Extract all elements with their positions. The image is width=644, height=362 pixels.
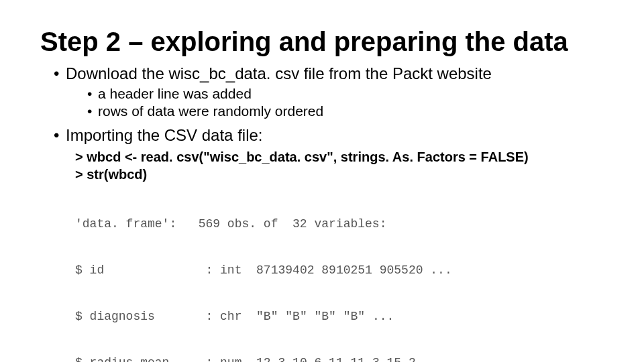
row-pad [155, 310, 206, 323]
bullet-list: Download the wisc_bc_data. csv file from… [40, 63, 604, 145]
slide: Step 2 – exploring and preparing the dat… [0, 0, 644, 362]
str-row-2: $ radius mean : num 12.3 10.6 11 11.3 15… [75, 355, 604, 362]
slide-title: Step 2 – exploring and preparing the dat… [40, 27, 604, 56]
bullet-1-text: Download the wisc_bc_data. csv file from… [66, 64, 492, 82]
str-output: 'data. frame': 569 obs. of 32 variables:… [75, 186, 604, 362]
row-type: : num [205, 356, 241, 362]
bullet-1-sublist: a header line was added rows of data wer… [66, 85, 604, 121]
row-name: $ diagnosis [75, 310, 155, 323]
row-vals: 12.3 10.6 11 11.3 15.2 ... [241, 356, 444, 362]
bullet-1b-text: rows of data were randomly ordered [98, 103, 323, 119]
row-type: : chr [205, 310, 241, 323]
bullet-1a: a header line was added [87, 85, 604, 103]
bullet-1a-text: a header line was added [98, 86, 252, 101]
row-name: $ radius mean [75, 356, 169, 362]
row-pad [104, 263, 205, 277]
row-name: $ id [75, 263, 104, 277]
bullet-2: Importing the CSV data file: [54, 125, 604, 145]
bullet-2-text: Importing the CSV data file: [66, 126, 262, 144]
code-block: > wbcd <- read. csv("wisc_bc_data. csv",… [75, 148, 604, 183]
row-vals: "B" "B" "B" "B" ... [241, 310, 394, 323]
bullet-1b: rows of data were randomly ordered [87, 103, 604, 120]
row-vals: 87139402 8910251 905520 ... [241, 263, 451, 277]
code-line-2: > str(wbcd) [75, 166, 604, 183]
row-type: : int [205, 263, 241, 277]
str-row-1: $ diagnosis : chr "B" "B" "B" "B" ... [75, 309, 604, 324]
row-pad [169, 356, 205, 362]
str-header: 'data. frame': 569 obs. of 32 variables: [75, 217, 604, 232]
code-line-1: > wbcd <- read. csv("wisc_bc_data. csv",… [75, 148, 604, 166]
bullet-1: Download the wisc_bc_data. csv file from… [54, 63, 604, 121]
str-row-0: $ id : int 87139402 8910251 905520 ... [75, 263, 604, 278]
